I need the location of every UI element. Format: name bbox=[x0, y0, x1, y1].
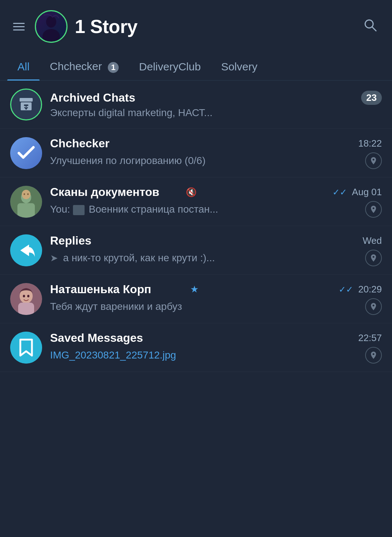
chat-preview-replies: ➤ а ник-то крутой, как не крути :)... bbox=[50, 252, 362, 264]
svg-rect-5 bbox=[20, 98, 33, 102]
chat-item-natasha[interactable]: Наташенька Корп ★ ✓✓ 20:29 Тебя ждут вар… bbox=[0, 275, 392, 323]
svg-point-13 bbox=[22, 190, 30, 199]
chat-info-archived: Archived Chats 23 Эксперты digital marke… bbox=[50, 91, 382, 119]
chat-list: Archived Chats 23 Эксперты digital marke… bbox=[0, 81, 392, 372]
pin-icon-saved bbox=[365, 347, 382, 364]
svg-rect-19 bbox=[18, 303, 34, 315]
avatar-archived bbox=[10, 89, 42, 120]
svg-point-1 bbox=[46, 16, 56, 28]
svg-point-14 bbox=[24, 193, 25, 195]
tabs-bar: All Chchecker 1 DeliveryClub Solvery bbox=[0, 53, 392, 81]
svg-line-4 bbox=[372, 27, 376, 31]
chat-preview-archived: Эксперты digital marketing, НАСТ... bbox=[50, 107, 382, 119]
svg-point-3 bbox=[365, 20, 373, 28]
pin-icon-replies bbox=[365, 250, 382, 266]
chat-time-natasha: 20:29 bbox=[358, 284, 382, 295]
chat-time-scans: Aug 01 bbox=[352, 186, 382, 198]
chat-item-replies[interactable]: Replies Wed ➤ а ник-то крутой, как не кр… bbox=[0, 226, 392, 275]
tab-all[interactable]: All bbox=[7, 53, 40, 80]
chat-item-saved[interactable]: Saved Messages 22:57 IMG_20230821_225712… bbox=[0, 323, 392, 372]
forward-icon-replies: ➤ bbox=[50, 253, 58, 263]
chat-preview-saved: IMG_20230821_225712.jpg bbox=[50, 349, 362, 361]
chat-item-scans[interactable]: Сканы документов 🔇 ✓✓ Aug 01 You: Военни… bbox=[0, 177, 392, 226]
natasha-avatar-icon bbox=[10, 283, 42, 315]
chat-info-saved: Saved Messages 22:57 IMG_20230821_225712… bbox=[50, 331, 382, 364]
avatar-saved bbox=[10, 332, 42, 364]
scans-avatar-icon bbox=[10, 186, 42, 218]
chat-name-archived: Archived Chats bbox=[50, 91, 357, 104]
avatar-replies bbox=[10, 234, 42, 266]
read-ticks-scans: ✓✓ bbox=[332, 187, 347, 197]
avatar-image bbox=[36, 12, 66, 41]
avatar-scans bbox=[10, 186, 42, 218]
chat-info-natasha: Наташенька Корп ★ ✓✓ 20:29 Тебя ждут вар… bbox=[50, 283, 382, 315]
unread-badge-archived: 23 bbox=[361, 91, 382, 105]
chchecker-badge: 1 bbox=[108, 62, 119, 73]
saved-icon bbox=[10, 332, 42, 364]
star-icon-natasha: ★ bbox=[190, 284, 199, 295]
mute-icon-scans: 🔇 bbox=[186, 187, 197, 197]
avatar-silhouette-icon bbox=[36, 12, 66, 41]
chat-preview-natasha: Тебя ждут вареники и арбуз bbox=[50, 301, 362, 312]
read-ticks-natasha: ✓✓ bbox=[339, 284, 353, 295]
page-title: 1 Story bbox=[75, 16, 353, 37]
chat-info-replies: Replies Wed ➤ а ник-то крутой, как не кр… bbox=[50, 234, 382, 266]
archive-icon bbox=[18, 96, 34, 113]
tab-chchecker[interactable]: Chchecker 1 bbox=[40, 53, 129, 80]
pin-icon-scans bbox=[365, 201, 382, 218]
chat-item-chchecker[interactable]: Chchecker 18:22 Улучшения по логированию… bbox=[0, 129, 392, 177]
chat-info-chchecker: Chchecker 18:22 Улучшения по логированию… bbox=[50, 137, 382, 169]
svg-point-21 bbox=[27, 295, 29, 297]
chat-item-archived[interactable]: Archived Chats 23 Эксперты digital marke… bbox=[0, 81, 392, 129]
svg-point-20 bbox=[23, 295, 25, 297]
chat-time-saved: 22:57 bbox=[358, 332, 382, 344]
story-avatar[interactable] bbox=[35, 10, 68, 43]
pin-icon-chchecker bbox=[365, 152, 382, 169]
svg-point-15 bbox=[27, 193, 29, 195]
check-icon bbox=[10, 137, 42, 169]
you-label-scans: You: bbox=[50, 204, 73, 215]
tab-chchecker-label: Chchecker bbox=[50, 60, 102, 72]
svg-point-22 bbox=[10, 332, 42, 364]
chat-name-natasha: Наташенька Корп bbox=[50, 283, 190, 296]
svg-rect-12 bbox=[17, 203, 35, 218]
search-button[interactable] bbox=[360, 15, 380, 38]
chat-name-scans: Сканы документов bbox=[50, 185, 186, 199]
avatar-chchecker bbox=[10, 137, 42, 169]
header: 1 Story bbox=[0, 0, 392, 53]
pin-icon-natasha bbox=[365, 298, 382, 315]
tab-deliveryclub-label: DeliveryClub bbox=[139, 61, 201, 73]
chat-name-saved: Saved Messages bbox=[50, 331, 355, 345]
reply-icon bbox=[10, 234, 42, 266]
menu-button[interactable] bbox=[10, 20, 28, 33]
chat-time-replies: Wed bbox=[363, 235, 382, 246]
chat-preview-chchecker: Улучшения по логированию (0/6) bbox=[50, 155, 362, 167]
chat-info-scans: Сканы документов 🔇 ✓✓ Aug 01 You: Военни… bbox=[50, 185, 382, 218]
chat-name-chchecker: Chchecker bbox=[50, 137, 355, 150]
chat-preview-scans: You: Военник страница постан... bbox=[50, 204, 362, 215]
chat-time-chchecker: 18:22 bbox=[358, 138, 382, 149]
avatar-natasha bbox=[10, 283, 42, 315]
tab-solvery[interactable]: Solvery bbox=[211, 53, 268, 80]
chat-name-replies: Replies bbox=[50, 234, 359, 247]
tab-solvery-label: Solvery bbox=[221, 61, 257, 73]
tab-deliveryclub[interactable]: DeliveryClub bbox=[129, 53, 211, 80]
tab-all-label: All bbox=[17, 61, 29, 73]
